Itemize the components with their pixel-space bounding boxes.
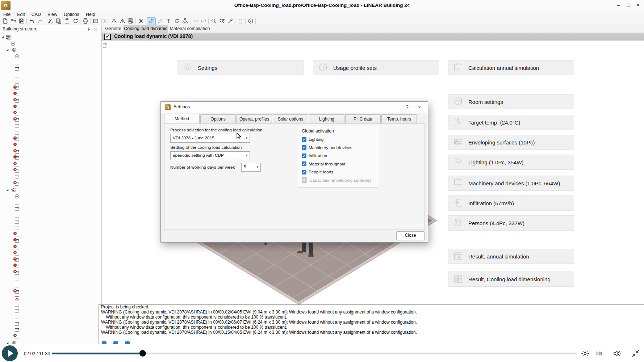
progress-knob[interactable] bbox=[139, 350, 146, 357]
action-persons-4-4pc-332w-[interactable]: Persons (4.4Pc, 332W) bbox=[448, 215, 574, 231]
new-file-icon[interactable] bbox=[1, 18, 9, 25]
tree-row[interactable] bbox=[0, 289, 101, 295]
tree-row[interactable] bbox=[0, 72, 101, 79]
dialog-tab-operat-profiles[interactable]: Operat. profiles bbox=[237, 114, 272, 123]
action-lighting-1-0pc-354w-[interactable]: Lighting (1.0Pc, 354W) bbox=[448, 155, 574, 170]
tree-row[interactable] bbox=[0, 117, 101, 123]
minimize-button[interactable]: – bbox=[613, 0, 624, 10]
tree-row[interactable] bbox=[0, 142, 101, 149]
link-icon[interactable] bbox=[147, 17, 156, 25]
tree-row[interactable] bbox=[0, 85, 101, 92]
tree-row[interactable] bbox=[0, 123, 101, 130]
dialog-tab-options[interactable]: Options bbox=[200, 114, 236, 123]
magnifier-select-icon[interactable] bbox=[218, 18, 226, 25]
settling-dropdown[interactable]: aperiodic settling with CDP▾ bbox=[170, 151, 250, 160]
close-button[interactable]: × bbox=[632, 0, 643, 10]
checkbox-lighting[interactable]: ✔Lighting bbox=[302, 136, 323, 142]
tree-row[interactable] bbox=[0, 136, 101, 143]
working-days-dropdown[interactable]: 5▾ bbox=[241, 163, 261, 172]
tree-row[interactable] bbox=[0, 270, 101, 276]
dialog-close-button[interactable]: Close bbox=[396, 231, 425, 240]
action-enveloping-surfaces-10pc-[interactable]: Enveloping surfaces (10Pc) bbox=[448, 135, 574, 150]
pencil-icon[interactable] bbox=[156, 18, 164, 25]
sync-page-icon[interactable] bbox=[71, 18, 79, 25]
checkbox-infiltration[interactable]: ✔Infiltration bbox=[302, 153, 327, 159]
volume-icon[interactable] bbox=[613, 349, 623, 358]
dialog-close-icon[interactable]: × bbox=[414, 103, 425, 111]
tree-row[interactable] bbox=[0, 327, 101, 333]
panel-right-icon[interactable] bbox=[100, 18, 108, 25]
action-infiltration-67m-h-[interactable]: Infiltration (67m³/h) bbox=[448, 195, 574, 211]
playback-speed-icon[interactable] bbox=[595, 349, 605, 358]
tree-row[interactable] bbox=[0, 130, 101, 136]
tree-row[interactable] bbox=[0, 282, 101, 289]
cooling-load-enabled-checkbox[interactable]: ✔ bbox=[104, 34, 111, 40]
hierarchy-icon[interactable] bbox=[181, 18, 189, 25]
dialog-tab-solar-options[interactable]: Solar options bbox=[273, 114, 308, 123]
save-icon[interactable] bbox=[17, 18, 26, 25]
message-log[interactable]: Project is being checked...WARNING (Cool… bbox=[99, 304, 644, 345]
menu-file[interactable]: File bbox=[0, 12, 14, 17]
copy-icon[interactable] bbox=[54, 18, 63, 25]
tree-row[interactable] bbox=[0, 193, 101, 200]
pin-icon[interactable] bbox=[86, 26, 92, 32]
progress-track[interactable] bbox=[52, 353, 577, 354]
expander-icon[interactable]: ◢ bbox=[6, 188, 8, 191]
menu-options[interactable]: Options bbox=[60, 12, 83, 17]
tree-row[interactable] bbox=[0, 206, 101, 212]
tree-row[interactable] bbox=[0, 199, 101, 206]
expander-icon[interactable]: ◢ bbox=[6, 48, 8, 51]
action-result-cooling-load-dimensioning[interactable]: Result, Cooling load dimensioning bbox=[448, 272, 574, 287]
diagonal-box-icon[interactable] bbox=[199, 18, 208, 25]
tree-row[interactable] bbox=[0, 263, 101, 270]
tree-row[interactable] bbox=[0, 174, 101, 181]
refresh-icon[interactable] bbox=[172, 18, 181, 25]
print-icon[interactable] bbox=[81, 18, 89, 25]
panel-left-icon[interactable] bbox=[91, 18, 100, 25]
action-settings[interactable]: Settings bbox=[177, 60, 304, 75]
tree-row[interactable] bbox=[0, 295, 101, 302]
tree-row[interactable] bbox=[0, 231, 101, 238]
redo-icon[interactable] bbox=[36, 18, 44, 25]
close-panel-icon[interactable] bbox=[93, 26, 99, 32]
tree-row[interactable] bbox=[0, 41, 101, 47]
action-target-temp-24-0-c-[interactable]: Target temp. (24.0°C) bbox=[448, 115, 574, 130]
tree-row[interactable] bbox=[0, 181, 101, 187]
tree-row[interactable] bbox=[0, 276, 101, 283]
eyedropper-icon[interactable] bbox=[226, 18, 234, 25]
action-usage-profile-sets[interactable]: Usage profile sets bbox=[313, 60, 439, 75]
tree-row[interactable] bbox=[0, 212, 101, 219]
tree-row[interactable] bbox=[0, 302, 101, 308]
tab-cooling-load-dynamic[interactable]: Cooling load dynamic bbox=[124, 25, 168, 33]
tree-row[interactable] bbox=[0, 251, 101, 257]
action-calculation-annual-simulation[interactable]: 31Calculation annual simulation bbox=[448, 60, 574, 75]
magnifier-icon[interactable] bbox=[209, 18, 218, 25]
menu-edit[interactable]: Edit bbox=[14, 12, 28, 17]
text-icon[interactable] bbox=[164, 18, 172, 25]
warning-check-icon[interactable] bbox=[110, 18, 118, 25]
measure-icon[interactable] bbox=[191, 18, 199, 25]
tab-general[interactable]: General bbox=[103, 25, 124, 33]
menu-help[interactable]: Help bbox=[83, 12, 99, 17]
tree-row[interactable] bbox=[0, 110, 101, 117]
tree-row[interactable] bbox=[0, 91, 101, 98]
action-room-settings[interactable]: Room settings bbox=[448, 94, 574, 109]
tree-row[interactable] bbox=[0, 104, 101, 111]
tree-row[interactable] bbox=[0, 155, 101, 161]
expander-icon[interactable]: ◢ bbox=[1, 35, 4, 39]
tree-row[interactable]: ◢ bbox=[0, 340, 101, 344]
rotate-view-icon[interactable] bbox=[102, 43, 108, 49]
tree-row[interactable] bbox=[0, 333, 101, 340]
checkbox-machinery-and-devices[interactable]: ✔Machinery and devices bbox=[302, 145, 352, 151]
dialog-tab-method[interactable]: Method bbox=[164, 114, 200, 123]
checkbox-people-loads[interactable]: ✔People loads bbox=[302, 169, 333, 175]
checkbox-material-throughput[interactable]: ✔Material throughput bbox=[302, 161, 346, 167]
tree-row[interactable] bbox=[0, 168, 101, 174]
dialog-tab-lighting[interactable]: Lighting bbox=[309, 114, 344, 123]
action-machinery-and-devices-1-0pc-664w-[interactable]: Machinery and devices (1.0Pc, 664W) bbox=[448, 176, 574, 191]
warning-check-2-icon[interactable] bbox=[118, 18, 126, 25]
tree-row[interactable] bbox=[0, 79, 101, 85]
menu-cad[interactable]: CAD bbox=[28, 12, 44, 17]
cut-icon[interactable] bbox=[46, 18, 54, 25]
dialog-tab-temp-hours[interactable]: Temp. hours bbox=[381, 114, 417, 123]
